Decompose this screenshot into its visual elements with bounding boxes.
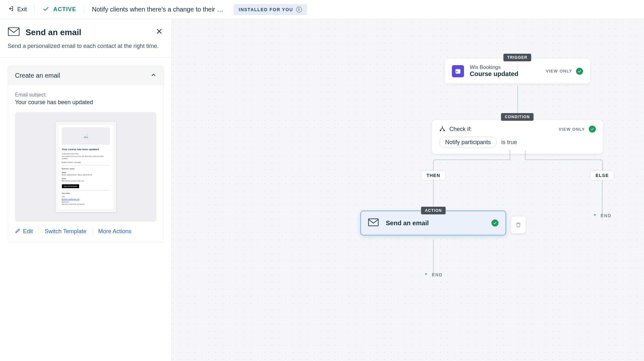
svg-rect-16 <box>369 219 378 226</box>
svg-rect-12 <box>459 68 460 70</box>
envelope-icon <box>8 27 20 38</box>
flag-icon <box>593 213 597 218</box>
preview-line: Price: <box>62 178 110 180</box>
view-only-label: VIEW ONLY <box>558 127 585 132</box>
preview-line: ${online_conference_password} <box>62 203 110 206</box>
status-label: ACTIVE <box>53 6 76 13</box>
subject-value: Your course has been updated <box>15 99 156 106</box>
action-label: ACTION <box>421 207 446 214</box>
check-circle-icon <box>576 68 583 75</box>
split-icon <box>439 125 446 133</box>
preview-line: ${start_datetimeFull} - ${end_datetimeFu… <box>62 174 110 176</box>
flag-icon <box>424 273 429 277</box>
exit-button[interactable]: Exit <box>8 5 27 13</box>
svg-rect-11 <box>457 68 457 70</box>
preview-line: Hi ${contact.name.first}, <box>62 153 110 155</box>
trigger-card[interactable]: Wix Bookings Course updated VIEW ONLY <box>445 59 590 83</box>
edit-button[interactable]: Edit <box>15 228 33 235</box>
preview-line: ${service_name} <box>62 168 110 170</box>
close-button[interactable] <box>155 27 164 37</box>
divider <box>84 5 84 14</box>
subject-label: Email subject: <box>15 92 156 98</box>
switch-template-label: Switch Template <box>45 228 86 235</box>
trigger-event: Course updated <box>470 70 518 78</box>
status-indicator: ACTIVE <box>42 5 76 14</box>
svg-rect-0 <box>8 28 19 36</box>
condition-variable-chip: Notify participants <box>439 137 497 148</box>
panel-description: Send a personalized email to each contac… <box>0 38 171 58</box>
divider <box>39 228 39 235</box>
info-icon: i <box>296 7 302 12</box>
edit-label: Edit <box>23 228 33 235</box>
chevron-up-icon <box>151 72 156 79</box>
view-only-label: VIEW ONLY <box>546 69 572 73</box>
preview-line: Join online <box>62 192 110 195</box>
preview-line: ${staff_member_message} <box>62 161 110 164</box>
action-title: Send an email <box>386 219 429 227</box>
preview-title: Your course has been updated <box>62 148 110 151</box>
flow-canvas[interactable]: TRIGGER Wix Bookings Course updated VIEW… <box>172 19 644 361</box>
create-email-accordion: Create an email Email subject: Your cour… <box>8 66 164 242</box>
pencil-icon <box>15 228 20 235</box>
check-circle-icon <box>491 219 498 227</box>
accordion-header[interactable]: Create an email <box>8 66 163 85</box>
divider <box>34 5 35 14</box>
exit-icon <box>8 5 14 13</box>
preview-line: ${remaining_amount_due}, due <box>62 180 110 182</box>
trigger-app: Wix Bookings <box>470 65 518 70</box>
end-label: END <box>432 272 443 277</box>
preview-line: Link: <box>62 196 110 198</box>
preview-cta: View Full Schedule <box>62 184 79 188</box>
badge-label: INSTALLED FOR YOU <box>239 7 293 12</box>
end-marker: END <box>424 272 443 277</box>
check-circle-icon <box>589 126 596 133</box>
more-actions-button[interactable]: More Actions <box>98 228 131 235</box>
condition-card[interactable]: Check if: VIEW ONLY Notify participants … <box>432 120 603 154</box>
side-panel: Send an email Send a personalized email … <box>0 19 172 361</box>
svg-rect-13 <box>456 71 457 72</box>
automation-title: Notify clients when there's a change to … <box>92 6 226 13</box>
svg-point-15 <box>444 130 445 131</box>
delete-action-button[interactable] <box>511 217 526 233</box>
calendar-icon <box>452 65 464 77</box>
top-bar: Exit ACTIVE Notify clients when there's … <box>0 0 644 19</box>
else-label: ELSE <box>590 171 614 180</box>
trigger-label: TRIGGER <box>503 54 531 61</box>
email-preview: Your course has been updated Hi ${contac… <box>56 122 116 212</box>
check-icon <box>42 5 49 14</box>
preview-line: Password: <box>62 201 110 204</box>
more-actions-label: More Actions <box>98 228 131 235</box>
divider <box>92 228 93 235</box>
panel-title: Send an email <box>26 27 81 37</box>
switch-template-button[interactable]: Switch Template <box>45 228 86 235</box>
email-preview-container[interactable]: Your course has been updated Hi ${contac… <box>15 112 156 222</box>
end-label: END <box>601 213 611 218</box>
end-marker: END <box>593 213 611 218</box>
image-placeholder-icon <box>62 127 110 145</box>
condition-label: CONDITION <box>501 113 534 121</box>
svg-point-14 <box>440 130 441 131</box>
svg-point-4 <box>87 134 88 135</box>
preview-line: Just wanted to let you know that ${servi… <box>62 155 110 160</box>
exit-label: Exit <box>17 6 27 13</box>
preview-line: Dates: <box>62 172 110 174</box>
envelope-icon <box>368 218 386 228</box>
preview-link: ${online_conference_url} <box>62 198 110 200</box>
check-if-label: Check if: <box>449 126 472 133</box>
installed-badge[interactable]: INSTALLED FOR YOU i <box>234 4 307 15</box>
svg-rect-10 <box>456 69 461 71</box>
svg-marker-3 <box>83 136 88 138</box>
accordion-title: Create an email <box>15 72 60 79</box>
then-label: THEN <box>421 171 446 180</box>
condition-operator: is true <box>501 139 517 146</box>
